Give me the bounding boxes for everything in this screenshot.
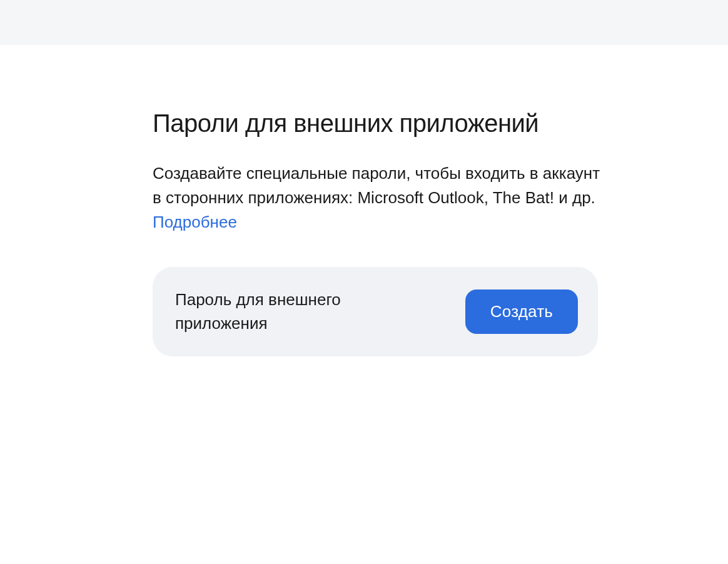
top-bar xyxy=(0,0,728,45)
main-content: Пароли для внешних приложений Создавайте… xyxy=(0,45,600,356)
description-text: Создавайте специальные пароли, чтобы вхо… xyxy=(153,164,600,207)
page-description: Создавайте специальные пароли, чтобы вхо… xyxy=(153,161,600,234)
create-button[interactable]: Создать xyxy=(465,290,578,334)
card-label: Пароль для внешнего приложения xyxy=(175,288,400,335)
more-link[interactable]: Подробнее xyxy=(153,213,237,231)
page-title: Пароли для внешних приложений xyxy=(153,108,600,139)
password-card: Пароль для внешнего приложения Создать xyxy=(153,267,598,356)
